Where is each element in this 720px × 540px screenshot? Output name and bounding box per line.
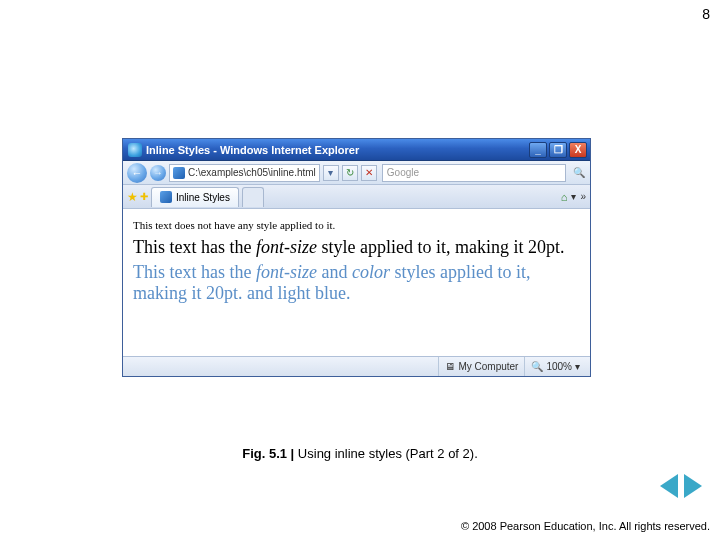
status-bar: 🖥 My Computer 🔍 100% ▾ (123, 356, 590, 376)
copyright-notice: © 2008 Pearson Education, Inc. All right… (461, 520, 710, 532)
nav-toolbar: ← → C:\examples\ch05\inline.html ▾ ↻ ✕ G… (123, 161, 590, 185)
back-button[interactable]: ← (127, 163, 147, 183)
page-content: This text does not have any style applie… (123, 209, 590, 356)
tab-active[interactable]: Inline Styles (151, 187, 239, 207)
search-box[interactable]: Google (382, 164, 566, 182)
page-favicon (173, 167, 185, 179)
page-number: 8 (702, 6, 710, 22)
figure-text: Using inline styles (Part 2 of 2). (294, 446, 478, 461)
p3-italic-2: color (352, 262, 390, 282)
tab-bar: ★ ✚ Inline Styles ⌂ ▾ » (123, 185, 590, 209)
zoom-control[interactable]: 🔍 100% ▾ (524, 357, 586, 376)
browser-window: Inline Styles - Windows Internet Explore… (122, 138, 591, 377)
favorites-controls: ★ ✚ (127, 190, 148, 204)
p2-italic: font-size (256, 237, 317, 257)
address-dropdown[interactable]: ▾ (323, 165, 339, 181)
address-bar[interactable]: C:\examples\ch05\inline.html (169, 164, 320, 182)
zoom-icon: 🔍 (531, 361, 543, 372)
toolbar-right: ⌂ ▾ » (561, 191, 586, 203)
minimize-button[interactable]: _ (529, 142, 547, 158)
stop-button[interactable]: ✕ (361, 165, 377, 181)
search-button[interactable]: 🔍 (572, 166, 586, 180)
p2-part-c: style applied to it, making it 20pt. (317, 237, 564, 257)
zoom-label: 100% (546, 361, 572, 372)
computer-icon: 🖥 (445, 361, 455, 372)
refresh-button[interactable]: ↻ (342, 165, 358, 181)
address-text: C:\examples\ch05\inline.html (188, 167, 316, 178)
close-button[interactable]: X (569, 142, 587, 158)
overflow-icon[interactable]: » (580, 191, 586, 202)
figure-number: Fig. 5.1 | (242, 446, 294, 461)
slide-nav (660, 474, 702, 498)
prev-slide-button[interactable] (660, 474, 678, 498)
next-slide-button[interactable] (684, 474, 702, 498)
toolbar-dropdown-icon[interactable]: ▾ (571, 191, 576, 202)
figure-caption: Fig. 5.1 | Using inline styles (Part 2 o… (0, 446, 720, 461)
ie-icon (128, 143, 142, 157)
add-favorite-icon[interactable]: ✚ (140, 191, 148, 202)
maximize-button[interactable]: ❐ (549, 142, 567, 158)
p2-part-a: This text has the (133, 237, 256, 257)
favorites-icon[interactable]: ★ (127, 190, 138, 204)
window-buttons: _ ❐ X (529, 142, 587, 158)
search-placeholder: Google (387, 167, 419, 178)
paragraph-20pt: This text has the font-size style applie… (133, 237, 580, 258)
tab-label: Inline Styles (176, 192, 230, 203)
paragraph-plain: This text does not have any style applie… (133, 219, 580, 231)
p3-part-a: This text has the (133, 262, 256, 282)
window-title: Inline Styles - Windows Internet Explore… (146, 144, 529, 156)
home-icon[interactable]: ⌂ (561, 191, 568, 203)
titlebar: Inline Styles - Windows Internet Explore… (123, 139, 590, 161)
paragraph-20pt-blue: This text has the font-size and color st… (133, 262, 580, 304)
new-tab-button[interactable] (242, 187, 264, 207)
p3-italic-1: font-size (256, 262, 317, 282)
security-zone[interactable]: 🖥 My Computer (438, 357, 524, 376)
tab-favicon (160, 191, 172, 203)
p3-part-c: and (317, 262, 352, 282)
forward-button[interactable]: → (150, 165, 166, 181)
zone-label: My Computer (458, 361, 518, 372)
zoom-dropdown-icon: ▾ (575, 361, 580, 372)
